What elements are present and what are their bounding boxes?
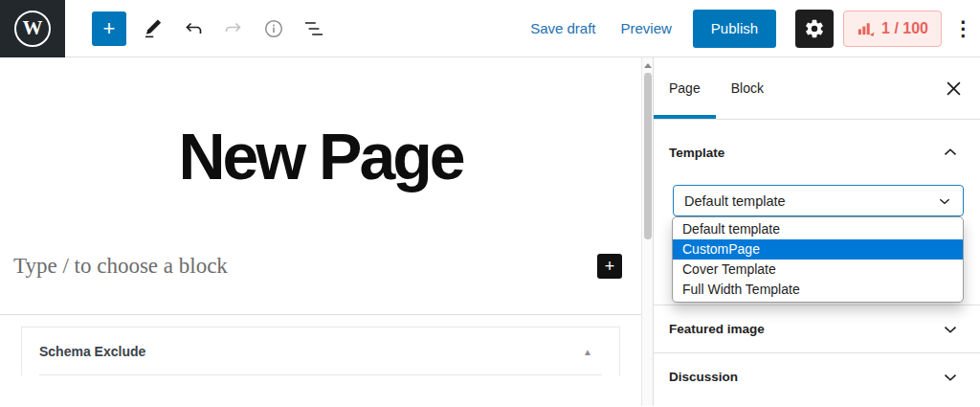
chevron-down-icon	[940, 319, 961, 340]
schema-exclude-header[interactable]: Schema Exclude ▲	[39, 328, 602, 375]
toolbar-tools	[136, 11, 331, 46]
sidebar-tabs: Page Block	[654, 57, 980, 120]
metabox-title: Schema Exclude	[39, 344, 145, 359]
triangle-up-icon: ▲	[583, 347, 592, 357]
plus-icon: +	[605, 258, 615, 275]
chevron-up-icon	[940, 142, 961, 163]
metabox-area: Schema Exclude ▲	[0, 314, 641, 375]
list-view-button[interactable]	[297, 11, 331, 46]
publish-button[interactable]: Publish	[693, 10, 776, 48]
featured-image-panel-header[interactable]: Featured image	[654, 305, 980, 352]
schema-exclude-metabox: Schema Exclude ▲	[21, 327, 620, 375]
template-select[interactable]: Default template	[673, 185, 964, 216]
undo-icon	[182, 17, 205, 40]
discussion-panel-header[interactable]: Discussion	[654, 352, 980, 400]
gear-icon	[804, 18, 825, 39]
kebab-icon: ⋮	[953, 17, 972, 39]
template-select-value: Default template	[684, 193, 786, 209]
wordpress-logo[interactable]: W	[0, 0, 65, 57]
options-menu-button[interactable]: ⋮	[953, 18, 972, 38]
chevron-down-icon	[937, 193, 952, 209]
template-dropdown-list: Default template CustomPage Cover Templa…	[672, 216, 964, 303]
pencil-icon	[142, 17, 165, 40]
seo-score-value: 1 / 100	[881, 20, 928, 37]
settings-sidebar: Page Block Template Default template	[653, 57, 980, 406]
scrollbar-thumb[interactable]	[644, 73, 652, 239]
close-icon	[946, 80, 962, 97]
info-icon	[262, 17, 285, 40]
scrollbar-up-arrow-icon[interactable]	[644, 63, 652, 68]
preview-button[interactable]: Preview	[621, 20, 672, 36]
block-inserter-button[interactable]: +	[92, 11, 126, 46]
template-panel-header[interactable]: Template	[669, 142, 961, 163]
settings-button[interactable]	[795, 10, 834, 48]
empty-block-appender[interactable]: Type / to choose a block +	[13, 254, 622, 279]
editor-workspace: New Page Type / to choose a block + Sche…	[0, 57, 980, 406]
redo-button[interactable]	[216, 11, 251, 46]
close-sidebar-button[interactable]	[936, 71, 970, 105]
discussion-label: Discussion	[669, 370, 738, 384]
list-view-icon	[302, 17, 325, 40]
redo-icon	[222, 17, 245, 40]
tab-page[interactable]: Page	[654, 57, 716, 119]
seo-graph-icon	[857, 19, 875, 37]
tab-block[interactable]: Block	[716, 57, 779, 119]
edit-mode-button[interactable]	[136, 11, 170, 46]
plus-icon: +	[103, 18, 116, 39]
canvas-scrollbar[interactable]	[641, 57, 653, 406]
template-option-default[interactable]: Default template	[673, 219, 963, 239]
template-option-custompage[interactable]: CustomPage	[673, 239, 963, 260]
block-placeholder-text: Type / to choose a block	[13, 254, 228, 279]
wordpress-logo-icon: W	[14, 11, 51, 47]
editor-top-toolbar: W +	[0, 0, 980, 57]
editor-canvas: New Page Type / to choose a block + Sche…	[0, 57, 641, 406]
chevron-down-icon	[940, 367, 961, 388]
save-draft-button[interactable]: Save draft	[530, 20, 595, 36]
template-option-cover[interactable]: Cover Template	[673, 260, 963, 280]
undo-button[interactable]	[176, 11, 211, 46]
template-option-fullwidth[interactable]: Full Width Template	[673, 280, 963, 300]
block-appender-plus-button[interactable]: +	[597, 254, 622, 279]
template-panel-label: Template	[669, 146, 724, 160]
seo-score-badge[interactable]: 1 / 100	[843, 11, 942, 47]
featured-image-label: Featured image	[669, 322, 765, 336]
metabox-collapse-button[interactable]: ▲	[573, 347, 602, 357]
post-title-input[interactable]: New Page	[0, 123, 641, 191]
details-button[interactable]	[256, 11, 291, 46]
